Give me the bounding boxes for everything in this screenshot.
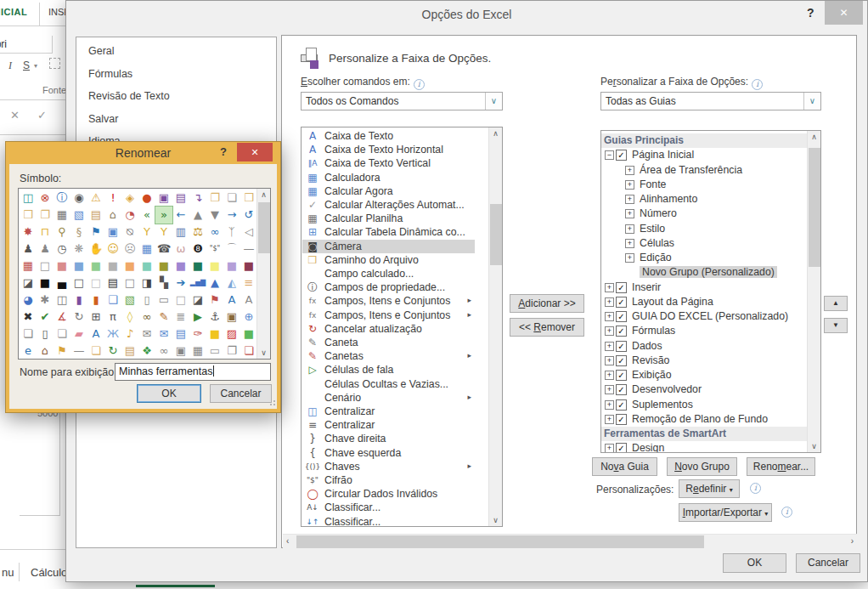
command-item-29[interactable]: ↓↑Classificar...: [302, 515, 475, 527]
symbol-cell-r3c13[interactable]: ᛉ: [223, 224, 240, 241]
symbol-cell-r4c10[interactable]: ω: [172, 241, 189, 258]
tree-header[interactable]: Ferramentas de SmartArt: [601, 427, 807, 441]
tree-scrollbar[interactable]: ∧ ∨: [807, 131, 820, 452]
symbol-cell-r1c9[interactable]: ▣: [155, 190, 172, 207]
symbol-cell-r1c4[interactable]: ◉: [70, 190, 87, 207]
symbol-cell-r9c1[interactable]: ❏: [20, 326, 37, 343]
ok-button[interactable]: OK: [723, 553, 786, 573]
symbol-cell-r7c7[interactable]: ▧: [121, 292, 138, 309]
symbol-cell-r5c12[interactable]: ■: [206, 258, 223, 275]
tree-item[interactable]: +Alinhamento: [601, 192, 807, 207]
symbol-cell-r9c7[interactable]: ♪: [121, 326, 138, 343]
command-item-26[interactable]: "$"Cifrão: [302, 473, 475, 487]
symbol-cell-r7c14[interactable]: A: [240, 292, 257, 309]
symbol-grid-scrollbar[interactable]: ∧ ∨: [256, 189, 270, 359]
symbol-cell-r4c2[interactable]: ♟: [37, 241, 54, 258]
formula-cancel-icon[interactable]: ✕: [10, 109, 20, 122]
symbol-cell-r8c2[interactable]: ✔: [37, 309, 54, 326]
tree-item[interactable]: +Estilo: [601, 222, 807, 236]
symbol-cell-r5c14[interactable]: ■: [240, 258, 257, 275]
symbol-cell-r7c6[interactable]: ❑: [104, 292, 121, 309]
symbol-cell-r5c7[interactable]: ■: [121, 258, 138, 275]
symbol-cell-r6c1[interactable]: ◪: [20, 275, 37, 292]
symbol-cell-r8c4[interactable]: ↻: [70, 309, 87, 326]
symbol-cell-r2c14[interactable]: ↺: [240, 207, 257, 224]
collapse-icon[interactable]: −: [605, 150, 614, 160]
symbol-cell-r6c3[interactable]: ▄: [54, 275, 70, 292]
sidebar-item-formulas[interactable]: Fórmulas: [88, 68, 132, 80]
symbol-cell-r5c9[interactable]: ■: [155, 258, 172, 275]
scroll-up-icon[interactable]: ∧: [257, 190, 270, 199]
symbol-cell-r3c5[interactable]: ⚑: [87, 224, 104, 241]
symbol-cell-r9c14[interactable]: ■: [240, 326, 257, 343]
command-item-12[interactable]: ⓘCampos de propriedade...: [302, 280, 475, 294]
command-item-19[interactable]: Células Ocultas e Vazias...: [302, 377, 475, 391]
symbol-cell-r6c9[interactable]: ▚: [155, 275, 172, 292]
symbol-cell-r9c13[interactable]: ▨: [223, 326, 240, 343]
symbol-cell-r2c11[interactable]: ▲: [189, 207, 206, 224]
expand-icon[interactable]: +: [605, 444, 614, 453]
tree-item[interactable]: +✓Design: [601, 441, 807, 453]
command-item-5[interactable]: ▦Calcular Agora: [302, 184, 475, 198]
checkbox-checked[interactable]: ✓: [616, 282, 627, 293]
borders-button-icon[interactable]: [49, 58, 60, 69]
resize-grip[interactable]: [268, 400, 275, 407]
move-up-button[interactable]: ▲: [824, 296, 848, 311]
command-item-17[interactable]: ✎Canetas▸: [302, 349, 475, 363]
tree-item[interactable]: +✓Remoção de Plano de Fundo: [601, 412, 807, 427]
symbol-cell-r8c3[interactable]: ∡: [54, 309, 70, 326]
symbol-cell-r5c6[interactable]: ■: [104, 258, 121, 275]
scroll-up-icon[interactable]: ∧: [808, 133, 820, 141]
scroll-up-icon[interactable]: ∧: [489, 129, 502, 138]
symbol-cell-r6c5[interactable]: □: [87, 275, 104, 292]
symbol-cell-r5c2[interactable]: □: [37, 258, 54, 275]
ribbon-tab-home[interactable]: PÁGINA INICIAL: [0, 7, 38, 17]
symbol-cell-r3c14[interactable]: ◁: [240, 224, 257, 241]
symbol-cell-r6c4[interactable]: □: [70, 275, 87, 292]
formula-enter-icon[interactable]: ✓: [37, 109, 47, 122]
symbol-cell-r9c3[interactable]: ❏: [54, 326, 70, 343]
symbol-cell-r10c6[interactable]: ↻: [104, 343, 121, 360]
command-item-8[interactable]: ⊞Calcular Tabela Dinâmica co...: [302, 225, 475, 239]
symbol-cell-r5c1[interactable]: ▦: [20, 258, 37, 275]
symbol-cell-r7c11[interactable]: ◪: [189, 292, 206, 309]
checkbox-checked[interactable]: ✓: [616, 370, 627, 381]
symbol-cell-r1c14[interactable]: ❒: [240, 190, 257, 207]
remove-button[interactable]: << Remover: [510, 318, 584, 337]
symbol-cell-r1c1[interactable]: ◫: [20, 190, 37, 207]
tree-item[interactable]: +✓Suplementos: [601, 398, 807, 412]
expand-icon[interactable]: +: [605, 342, 614, 351]
scrollbar-thumb[interactable]: [490, 204, 502, 265]
symbol-cell-r8c6[interactable]: π: [104, 309, 121, 326]
command-item-20[interactable]: Cenário▸: [302, 391, 475, 405]
expand-icon[interactable]: +: [605, 297, 614, 307]
symbol-cell-r2c3[interactable]: ▦: [54, 207, 70, 224]
symbol-cell-r10c10[interactable]: ▣: [172, 343, 189, 360]
checkbox-checked[interactable]: ✓: [616, 311, 627, 322]
underline-button[interactable]: S: [23, 59, 30, 71]
symbol-cell-r9c5[interactable]: A: [87, 326, 104, 343]
commands-list[interactable]: ∧ ∨ ACaixa de TextoACaixa de Texto Horiz…: [301, 127, 503, 527]
symbol-grid[interactable]: ∧ ∨ ◫⊗ⓘ◉⚠!◈●▣▤↴❐❏❒❒❐▦▧▤⌂◔«»←▲▼→↺✸⊓⚲§⚑▣⍉Y…: [18, 188, 271, 360]
symbol-cell-r6c14[interactable]: ≡: [240, 275, 257, 292]
horizontal-scrollbar[interactable]: ‹ ›: [283, 534, 857, 548]
new-group-button[interactable]: Novo Grupo: [667, 457, 737, 476]
scroll-down-icon[interactable]: ∨: [257, 348, 270, 357]
symbol-cell-r8c9[interactable]: ✎: [155, 309, 172, 326]
symbol-cell-r4c12[interactable]: "$": [206, 241, 223, 258]
close-button[interactable]: ✕: [237, 143, 273, 161]
symbol-cell-r8c8[interactable]: ∞: [138, 309, 155, 326]
expand-icon[interactable]: +: [605, 400, 614, 410]
symbol-cell-r3c9[interactable]: Y: [155, 224, 172, 241]
symbol-cell-r4c13[interactable]: ⌒: [223, 241, 240, 258]
symbol-cell-r2c1[interactable]: ❒: [20, 207, 37, 224]
command-item-16[interactable]: ✎Caneta: [302, 336, 475, 349]
symbol-cell-r3c7[interactable]: ⍉: [121, 224, 138, 241]
display-name-input[interactable]: Minhas ferramentas: [115, 363, 271, 381]
symbol-cell-r7c10[interactable]: □: [172, 292, 189, 309]
symbol-cell-r4c7[interactable]: ☹: [121, 241, 138, 258]
symbol-cell-r5c3[interactable]: ■: [54, 258, 70, 275]
import-export-button[interactable]: Importar/Exportar ▾: [679, 503, 772, 522]
expand-icon[interactable]: +: [625, 166, 634, 175]
symbol-cell-r1c2[interactable]: ⊗: [37, 190, 54, 207]
